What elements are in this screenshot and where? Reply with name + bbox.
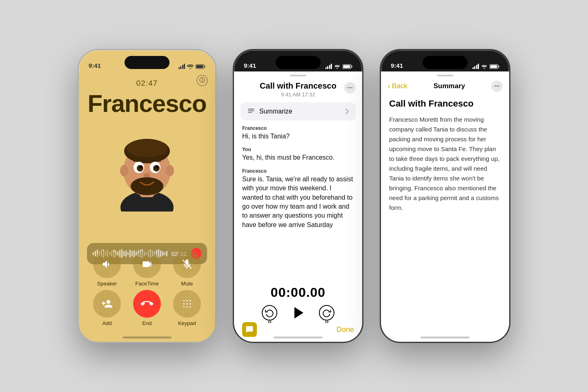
- more-options-button-2[interactable]: ···: [344, 82, 356, 94]
- dynamic-island: [125, 56, 169, 69]
- transcript-entry-0: Francesco Hi, is this Tania?: [242, 125, 354, 141]
- play-button[interactable]: [290, 304, 307, 321]
- svg-point-25: [189, 303, 191, 304]
- summary-body: Call with Francesco Francesco Moretti fr…: [381, 94, 509, 342]
- more-options-button-3[interactable]: ···: [491, 80, 503, 92]
- phone-transcript: 9:41 Call with Francesco 9:41 AM 17:32 ·…: [233, 49, 363, 343]
- svg-point-17: [128, 175, 136, 181]
- svg-point-21: [186, 300, 187, 301]
- status-time-2: 9:41: [244, 62, 256, 69]
- keypad-label: Keypad: [178, 320, 196, 326]
- summarize-label: Summarize: [259, 108, 292, 115]
- avatar: [110, 122, 184, 212]
- chat-button[interactable]: [242, 322, 257, 337]
- dynamic-island-2: [276, 56, 321, 69]
- call-buttons: Speaker FaceTime Mute: [87, 250, 207, 330]
- summary-nav: ‹ Back Summary ···: [381, 76, 509, 94]
- add-circle: [93, 290, 121, 318]
- text-1: Yes, hi, this must be Francesco.: [242, 153, 354, 162]
- svg-point-26: [183, 306, 185, 307]
- svg-point-27: [186, 306, 187, 307]
- facetime-circle: [133, 250, 161, 278]
- text-0: Hi, is this Tania?: [242, 132, 354, 141]
- phone-active-call: 9:41 ⓘ 02:47 Francesco: [78, 49, 216, 343]
- status-icons-1: [178, 64, 206, 69]
- svg-point-24: [186, 303, 187, 304]
- home-indicator-3: [421, 336, 470, 339]
- svg-point-16: [131, 177, 163, 195]
- status-icons-2: [325, 64, 353, 69]
- svg-rect-33: [248, 112, 252, 113]
- status-time-1: 9:41: [89, 62, 101, 69]
- keypad-button[interactable]: Keypad: [173, 290, 201, 326]
- svg-rect-31: [248, 109, 254, 109]
- call-buttons-row-1: Speaker FaceTime Mute: [87, 250, 207, 287]
- done-button[interactable]: Done: [336, 325, 354, 334]
- back-chevron-icon: ‹: [388, 81, 390, 91]
- home-indicator-1: [122, 336, 172, 339]
- mute-icon: [181, 258, 193, 270]
- svg-rect-32: [248, 111, 254, 111]
- back-button[interactable]: ‹ Back: [388, 82, 407, 91]
- speaker-label: Speaker: [97, 281, 117, 287]
- p2-header: Call with Francesco 9:41 AM 17:32 ···: [234, 76, 362, 99]
- chevron-right-icon: [345, 108, 349, 115]
- back-label: Back: [392, 82, 408, 90]
- add-person-icon: [101, 298, 113, 310]
- audio-player: 00:00.00 15 15: [234, 285, 362, 321]
- skip-forward-button[interactable]: 15: [319, 305, 334, 321]
- svg-point-22: [189, 300, 191, 301]
- phone-summary: 9:41 ‹ Back Summary ··· Call with France…: [380, 49, 510, 343]
- speaker-0: Francesco: [242, 125, 354, 131]
- text-2: Sure is. Tania, we're all ready to assis…: [242, 175, 354, 229]
- call-duration: 02:47: [136, 79, 158, 88]
- facetime-button[interactable]: FaceTime: [133, 250, 161, 287]
- transcript-entry-2: Francesco Sure is. Tania, we're all read…: [242, 168, 354, 229]
- speaker-button[interactable]: Speaker: [93, 250, 121, 287]
- transcript-entry-1: You Yes, hi, this must be Francesco.: [242, 147, 354, 162]
- svg-point-6: [127, 139, 167, 157]
- summary-title: Call with Francesco: [389, 98, 501, 109]
- skip-back-button[interactable]: 15: [262, 305, 277, 321]
- call-info-button[interactable]: ⓘ: [196, 75, 208, 86]
- wifi-icon-3: [481, 64, 488, 69]
- mute-button[interactable]: Mute: [173, 250, 201, 287]
- svg-point-13: [140, 166, 142, 168]
- fade-overlay: [234, 240, 362, 264]
- speaker-2: Francesco: [242, 168, 354, 174]
- p2-title: Call with Francesco: [242, 81, 354, 91]
- summarize-button[interactable]: Summarize: [241, 102, 356, 120]
- svg-point-23: [183, 303, 185, 304]
- dynamic-island-3: [423, 56, 468, 69]
- svg-point-7: [120, 165, 128, 176]
- svg-point-8: [166, 165, 174, 176]
- wifi-icon-2: [334, 64, 341, 69]
- summarize-left: Summarize: [247, 107, 292, 116]
- svg-point-18: [158, 175, 166, 181]
- caller-name: Francesco: [87, 89, 206, 118]
- svg-point-12: [153, 165, 160, 172]
- skip-fwd-icon: [322, 308, 331, 317]
- add-button[interactable]: Add: [93, 290, 121, 326]
- svg-point-11: [137, 165, 143, 172]
- p2-subtitle: 9:41 AM 17:32: [242, 91, 354, 98]
- end-button[interactable]: End: [133, 290, 161, 326]
- signal-icon-2: [325, 64, 332, 69]
- keypad-icon: [182, 298, 192, 309]
- call-buttons-row-2: Add End Keypad: [87, 290, 207, 326]
- wifi-icon: [187, 64, 194, 69]
- status-time-3: 9:41: [391, 62, 403, 69]
- svg-rect-30: [343, 65, 350, 68]
- speaker-1: You: [242, 147, 354, 152]
- home-indicator-2: [274, 336, 323, 339]
- mute-circle: [173, 250, 201, 278]
- status-icons-3: [472, 64, 500, 69]
- battery-icon-2: [343, 64, 352, 69]
- end-label: End: [142, 320, 151, 326]
- chat-icon: [245, 325, 254, 334]
- p2-bottom-bar: Done: [234, 322, 362, 337]
- svg-point-28: [189, 306, 191, 307]
- summary-screen: ‹ Back Summary ··· Call with Francesco F…: [381, 71, 509, 342]
- facetime-label: FaceTime: [135, 281, 158, 287]
- svg-point-20: [183, 300, 185, 301]
